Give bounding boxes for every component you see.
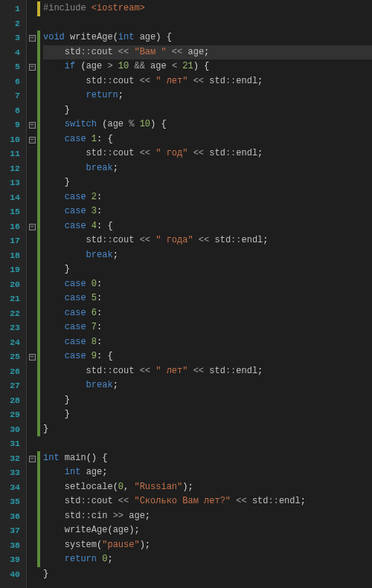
code-line[interactable]: break; — [43, 378, 372, 393]
fold-empty — [27, 74, 37, 89]
code-line[interactable]: #include <iostream> — [43, 1, 372, 16]
line-number[interactable]: 3 — [0, 30, 26, 45]
line-number[interactable]: 2 — [0, 16, 26, 31]
code-line[interactable]: case 1: { — [43, 132, 372, 147]
line-number[interactable]: 1 — [0, 1, 26, 16]
line-number[interactable]: 11 — [0, 146, 26, 161]
code-line[interactable]: writeAge(age); — [43, 523, 372, 538]
code-line[interactable]: break; — [43, 248, 372, 263]
line-number[interactable]: 10 — [0, 132, 26, 147]
fold-collapse-icon[interactable]: − — [27, 451, 37, 466]
line-number[interactable]: 12 — [0, 161, 26, 176]
line-number[interactable]: 5 — [0, 59, 26, 74]
fold-empty — [27, 465, 37, 480]
code-line[interactable]: setlocale(0, "Russian"); — [43, 480, 372, 495]
line-number[interactable]: 35 — [0, 494, 26, 509]
line-number[interactable]: 32 — [0, 451, 26, 466]
code-line[interactable]: system("pause"); — [43, 538, 372, 553]
line-number[interactable]: 27 — [0, 378, 26, 393]
code-line[interactable]: case 6: — [43, 306, 372, 321]
line-number[interactable]: 4 — [0, 45, 26, 60]
fold-empty — [27, 393, 37, 408]
code-line[interactable]: case 3: — [43, 204, 372, 219]
line-number[interactable]: 18 — [0, 248, 26, 263]
line-number[interactable]: 28 — [0, 393, 26, 408]
line-number[interactable]: 38 — [0, 538, 26, 553]
code-line[interactable]: } — [43, 393, 372, 408]
code-line[interactable]: std::cout << " года" << std::endl; — [43, 233, 372, 248]
code-line[interactable]: } — [43, 103, 372, 118]
line-number[interactable]: 29 — [0, 407, 26, 422]
line-number[interactable]: 33 — [0, 465, 26, 480]
code-line[interactable]: case 0: — [43, 277, 372, 292]
code-line[interactable]: } — [43, 262, 372, 277]
code-line[interactable] — [43, 436, 372, 451]
code-line[interactable]: } — [43, 407, 372, 422]
fold-collapse-icon[interactable]: − — [27, 349, 37, 364]
code-line[interactable] — [43, 16, 372, 31]
fold-empty — [27, 552, 37, 567]
fold-empty — [27, 45, 37, 60]
fold-collapse-icon[interactable]: − — [27, 219, 37, 234]
code-line[interactable]: if (age > 10 && age < 21) { — [43, 59, 372, 74]
code-line[interactable]: } — [43, 567, 372, 582]
fold-empty — [27, 1, 37, 16]
code-line[interactable]: return; — [43, 88, 372, 103]
line-number[interactable]: 14 — [0, 190, 26, 205]
line-number[interactable]: 25 — [0, 349, 26, 364]
line-number[interactable]: 24 — [0, 335, 26, 350]
line-number[interactable]: 20 — [0, 277, 26, 292]
code-editor[interactable]: #include <iostream>void writeAge(int age… — [40, 0, 372, 588]
code-line[interactable]: return 0; — [43, 552, 372, 567]
line-number[interactable]: 22 — [0, 306, 26, 321]
line-number[interactable]: 31 — [0, 436, 26, 451]
fold-collapse-icon[interactable]: − — [27, 132, 37, 147]
fold-gutter: −−−−−−− — [27, 0, 37, 588]
fold-empty — [27, 306, 37, 321]
line-number[interactable]: 23 — [0, 320, 26, 335]
fold-empty — [27, 422, 37, 437]
line-number[interactable]: 7 — [0, 88, 26, 103]
line-number[interactable]: 40 — [0, 567, 26, 582]
fold-collapse-icon[interactable]: − — [27, 117, 37, 132]
code-line[interactable]: break; — [43, 161, 372, 176]
code-line[interactable]: case 4: { — [43, 219, 372, 234]
code-line[interactable]: std::cout << "Вам " << age; — [43, 45, 372, 60]
line-number[interactable]: 9 — [0, 117, 26, 132]
line-number[interactable]: 26 — [0, 364, 26, 379]
line-number[interactable]: 13 — [0, 175, 26, 190]
code-line[interactable]: } — [43, 422, 372, 437]
line-number[interactable]: 39 — [0, 552, 26, 567]
line-number[interactable]: 6 — [0, 74, 26, 89]
fold-empty — [27, 161, 37, 176]
line-number[interactable]: 36 — [0, 509, 26, 524]
code-line[interactable]: std::cout << " лет" << std::endl; — [43, 74, 372, 89]
code-line[interactable]: case 8: — [43, 335, 372, 350]
code-line[interactable]: case 5: — [43, 291, 372, 306]
code-line[interactable]: std::cout << " год" << std::endl; — [43, 146, 372, 161]
code-line[interactable]: case 2: — [43, 190, 372, 205]
line-number[interactable]: 19 — [0, 262, 26, 277]
code-line[interactable]: int age; — [43, 465, 372, 480]
code-line[interactable]: } — [43, 175, 372, 190]
line-number[interactable]: 34 — [0, 480, 26, 495]
code-line[interactable]: switch (age % 10) { — [43, 117, 372, 132]
code-line[interactable]: case 7: — [43, 320, 372, 335]
fold-collapse-icon[interactable]: − — [27, 30, 37, 45]
line-number[interactable]: 15 — [0, 204, 26, 219]
fold-collapse-icon[interactable]: − — [27, 59, 37, 74]
code-line[interactable]: case 9: { — [43, 349, 372, 364]
line-number[interactable]: 17 — [0, 233, 26, 248]
code-line[interactable]: std::cout << "Сколько Вам лет?" << std::… — [43, 494, 372, 509]
line-number[interactable]: 30 — [0, 422, 26, 437]
fold-empty — [27, 277, 37, 292]
code-line[interactable]: std::cout << " лет" << std::endl; — [43, 364, 372, 379]
code-line[interactable]: std::cin >> age; — [43, 509, 372, 524]
line-number[interactable]: 8 — [0, 103, 26, 118]
line-number[interactable]: 16 — [0, 219, 26, 234]
code-line[interactable]: int main() { — [43, 451, 372, 466]
fold-empty — [27, 494, 37, 509]
code-line[interactable]: void writeAge(int age) { — [43, 30, 372, 45]
line-number[interactable]: 37 — [0, 523, 26, 538]
line-number[interactable]: 21 — [0, 291, 26, 306]
